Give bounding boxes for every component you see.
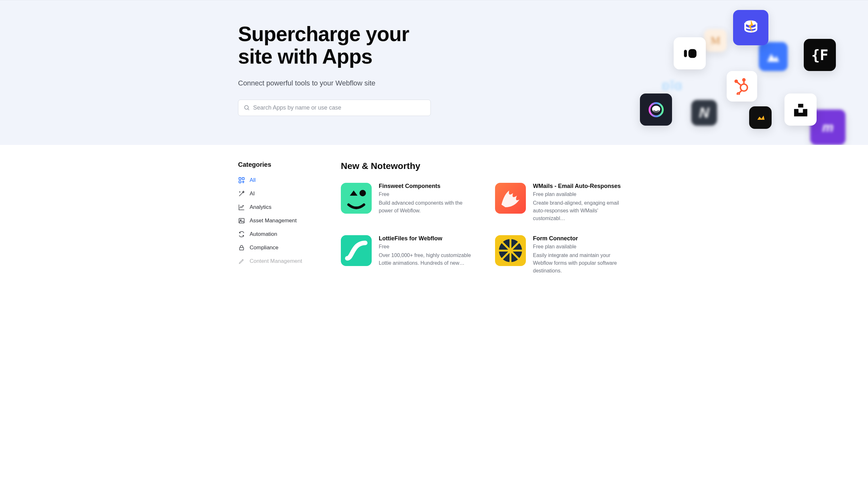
app-desc: Easily integrate and maintain your Webfl… [533,251,630,275]
section-title: New & Noteworthy [341,161,630,171]
app-name: LottieFiles for Webflow [379,235,476,242]
app-desc: Over 100,000+ free, highly customizable … [379,251,476,267]
search-box[interactable] [238,99,431,116]
app-icon-wmails [495,183,526,214]
svg-rect-15 [239,178,241,180]
app-card-wmails[interactable]: WMails - Email Auto-Responses Free plan … [495,183,630,222]
tile-f-icon: {F [804,39,836,71]
wand-icon [238,190,245,197]
app-card-finsweet[interactable]: Finsweet Components Free Build advanced … [341,183,476,222]
category-label: Content Management [250,258,302,264]
search-icon [244,104,250,111]
tile-hubspot-icon [727,71,757,101]
app-desc: Create brand-aligned, engaging email aut… [533,199,630,222]
tile-purple-blur: m [810,110,845,145]
app-name: Finsweet Components [379,183,476,189]
category-label: Asset Management [250,217,297,224]
svg-point-22 [360,190,366,196]
category-label: Analytics [250,204,272,210]
tile-unsplash-icon [784,93,816,126]
svg-rect-14 [798,104,803,107]
category-asset-management[interactable]: Asset Management [238,217,318,224]
svg-point-5 [741,84,747,91]
tile-shapes-icon [674,37,706,69]
category-analytics[interactable]: Analytics [238,204,318,211]
category-all[interactable]: All [238,177,318,184]
svg-rect-16 [242,178,244,180]
app-price: Free plan available [533,191,630,197]
category-compliance[interactable]: Compliance [238,244,318,251]
hero-app-tiles: M ʚĭɞ m N {F [643,7,849,142]
svg-point-18 [240,191,240,192]
category-label: All [250,177,256,183]
svg-line-8 [737,82,741,86]
svg-point-7 [743,79,745,81]
svg-rect-17 [239,181,241,183]
grid-icon [238,177,245,184]
svg-point-13 [652,106,660,112]
refresh-icon [238,231,245,238]
app-card-lottiefiles[interactable]: LottieFiles for Webflow Free Over 100,00… [341,235,476,275]
app-desc: Build advanced components with the power… [379,199,476,215]
svg-point-11 [737,93,740,94]
pencil-icon [238,258,245,265]
tile-butterfly-blur: ʚĭɞ [661,74,683,97]
hero-subtitle: Connect powerful tools to your Webflow s… [238,79,630,87]
app-price: Free [379,191,476,197]
app-name: Form Connector [533,235,630,242]
sidebar: Categories All AI Analytics Asset Manage… [238,161,318,275]
category-label: Automation [250,231,277,237]
hero-title: Supercharge your site with Apps [238,23,630,68]
svg-point-12 [649,103,662,116]
sidebar-title: Categories [238,161,318,168]
main-content: New & Noteworthy Finsweet Components Fre… [341,161,630,275]
app-price: Free [379,244,476,250]
category-content-management[interactable]: Content Management [238,258,318,265]
app-card-form-connector[interactable]: Form Connector Free plan available Easil… [495,235,630,275]
svg-point-9 [735,80,738,83]
svg-line-1 [248,109,249,110]
tile-yellow-blur [749,106,772,129]
app-name: WMails - Email Auto-Responses [533,183,630,189]
category-label: Compliance [250,244,279,251]
hero-section: Supercharge your site with Apps Connect … [0,0,868,145]
category-ai[interactable]: AI [238,190,318,197]
svg-rect-19 [239,218,245,223]
search-input[interactable] [253,104,425,111]
svg-rect-3 [684,50,687,57]
app-icon-finsweet [341,183,372,214]
svg-rect-21 [240,247,244,250]
app-price: Free plan available [533,244,630,250]
svg-point-0 [245,106,248,110]
lock-icon [238,244,245,251]
tile-m-blur: M [704,29,727,52]
svg-rect-4 [688,49,696,58]
category-label: AI [250,190,255,197]
app-icon-lottiefiles [341,235,372,266]
image-icon [238,217,245,224]
tile-database-icon [733,10,768,45]
tile-n-blur: N [691,100,717,126]
chart-icon [238,204,245,211]
tile-blue-blur [759,42,788,71]
svg-point-2 [745,20,756,25]
app-icon-form-connector [495,235,526,266]
svg-line-10 [739,91,742,93]
category-automation[interactable]: Automation [238,231,318,238]
